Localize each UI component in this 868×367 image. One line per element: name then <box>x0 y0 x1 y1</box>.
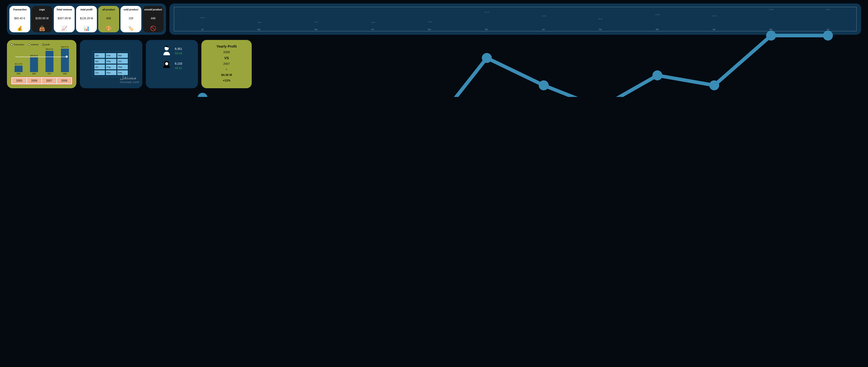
kpi-card[interactable]: sold product158🏷️ <box>121 6 141 32</box>
kpi-title: cogs <box>39 8 45 11</box>
male-icon <box>162 45 172 57</box>
kpi-icon: 💰 <box>17 26 23 31</box>
kpi-card[interactable]: Transaction$60.40 K💰 <box>9 6 30 32</box>
year-selector: 2005200620072008 <box>11 77 72 85</box>
month-button-sep[interactable]: Sep <box>117 64 128 69</box>
bar-value-label: $44.97 M <box>61 46 69 48</box>
kpi-card[interactable]: cogs$180.80 M👜 <box>32 6 53 32</box>
measure-radio-profit[interactable]: profit <box>42 43 50 46</box>
spark-axis-label: Nov <box>428 29 431 30</box>
bar-2008[interactable]: $44.97 M2008 <box>60 46 70 75</box>
bar-value-label: $12.21 M <box>15 63 22 65</box>
kpi-title: Total revenue <box>56 8 72 11</box>
month-button-mar[interactable]: Mar <box>117 53 128 58</box>
spark-point-label: 10.5 M <box>200 17 205 19</box>
month-slicer-card: JanFebMarAprMayJunJulAugSepOctNovDec <box>80 40 142 88</box>
bar-2006[interactable]: $28.50 M2006 <box>29 55 39 75</box>
radio-label: Transaction <box>13 43 24 46</box>
spark-axis-label: Aug <box>257 29 260 30</box>
kpi-card[interactable]: total profit$126.29 M📊 <box>76 6 97 32</box>
year-button-2008[interactable]: 2008 <box>57 78 71 84</box>
monthly-line-chart: JulAugSepOctNovDecJanFebMarAprMayJun 10.… <box>174 7 857 31</box>
spark-point-label: 9.0 M <box>371 22 375 23</box>
radio-dot-icon <box>28 43 30 46</box>
spark-axis-label: Feb <box>599 29 602 30</box>
radio-label: profit <box>45 43 50 46</box>
spark-axis-label: Apr <box>713 29 715 30</box>
bar-2007[interactable]: $40.61 M2007 <box>45 48 54 75</box>
month-button-dec[interactable]: Dec <box>117 70 128 75</box>
year-button-2007[interactable]: 2007 <box>42 78 56 84</box>
month-button-jul[interactable]: Jul <box>94 64 105 69</box>
female-pct: 49.41 <box>175 66 182 70</box>
radio-label: revenue <box>31 43 38 46</box>
kpi-icon: 📊 <box>84 26 90 31</box>
month-button-jun[interactable]: Jun <box>117 59 128 64</box>
kpi-title: total profit <box>81 8 92 11</box>
spark-axis-label: Jan <box>542 29 545 30</box>
month-button-aug[interactable]: Aug <box>106 64 117 69</box>
spark-point-label: 9.2 M <box>428 21 432 23</box>
bar-rect <box>45 51 54 72</box>
kpi-value: $60.40 K <box>14 17 25 20</box>
yearly-year-a: 2008 <box>223 51 230 54</box>
month-grid: JanFebMarAprMayJunJulAugSepOctNovDec <box>92 51 130 77</box>
radio-dot-icon <box>11 43 13 46</box>
monthly-line-card: JulAugSepOctNovDecJanFebMarAprMayJun 10.… <box>169 3 861 35</box>
kpi-icon: 👜 <box>39 26 45 31</box>
measure-radio-group: Transactionrevenueprofit <box>11 43 72 46</box>
kpi-icon: 🚫 <box>150 26 156 31</box>
svg-point-0 <box>197 93 208 97</box>
bar-year-label: 2005 <box>17 73 20 75</box>
spark-point-label: 13.0 M <box>826 9 830 10</box>
trend-endpoint <box>66 56 68 58</box>
yearly-pct: +11% <box>223 79 230 82</box>
bar-2005[interactable]: $12.21 M2005 <box>14 63 23 75</box>
kpi-card[interactable]: unsold product448🚫 <box>143 6 163 32</box>
spark-point-label: 9.0 M <box>258 22 261 23</box>
kpi-icon: 🏷️ <box>128 26 134 31</box>
spark-axis-label: Jul <box>201 29 203 30</box>
kpi-title: sold product <box>124 8 138 11</box>
bar-rect <box>14 66 23 72</box>
spark-axis-label: Dec <box>485 29 488 30</box>
month-button-nov[interactable]: Nov <box>106 70 117 75</box>
kpi-icon: 🎨 <box>106 26 112 31</box>
spark-axis-label: Sep <box>314 29 317 30</box>
kpi-title: unsold product <box>144 8 162 11</box>
year-button-2005[interactable]: 2005 <box>12 78 26 84</box>
month-button-feb[interactable]: Feb <box>106 53 117 58</box>
measure-radio-revenue[interactable]: revenue <box>28 43 38 46</box>
profit-bar-chart: $12.21 M2005$28.50 M2006$40.61 M2007$44.… <box>11 47 72 75</box>
kpi-card[interactable]: Total revenue$307.09 M📈 <box>54 6 75 32</box>
kpi-value: $126.29 M <box>80 17 93 20</box>
measure-radio-transaction[interactable]: Transaction <box>11 43 24 46</box>
spark-axis-label: May <box>769 29 773 30</box>
kpi-title: all product <box>102 8 115 11</box>
kpi-icon: 📈 <box>61 26 67 31</box>
kpi-value: 158 <box>129 17 133 20</box>
spark-point-label: 10.1 M <box>598 18 602 20</box>
gender-card: 9,351 50.59 9,133 49.41 <box>146 40 198 88</box>
yearly-profit-card: Yearly Profit 2008 VS 2007 = $4.36 M +11… <box>202 40 252 88</box>
female-icon <box>162 60 172 72</box>
bar-year-label: 2006 <box>32 73 36 75</box>
bar-year-label: 2007 <box>48 73 51 75</box>
kpi-title: Transaction <box>13 8 27 11</box>
month-button-oct[interactable]: Oct <box>94 70 105 75</box>
yearly-eq: = <box>226 68 227 71</box>
spark-point-label: 12.1 M <box>485 12 489 13</box>
month-button-may[interactable]: May <box>106 59 117 64</box>
spark-axis-label: Oct <box>371 29 374 30</box>
bar-rect <box>61 49 69 72</box>
kpi-card[interactable]: all product606🎨 <box>98 6 119 32</box>
yearly-vs: VS <box>224 56 229 60</box>
yearly-diff: $4.36 M <box>221 73 232 77</box>
kpi-value: $307.09 M <box>58 17 71 20</box>
month-button-jan[interactable]: Jan <box>94 53 105 58</box>
month-button-apr[interactable]: Apr <box>94 59 105 64</box>
radio-dot-icon <box>42 43 44 46</box>
kpi-strip: Transaction$60.40 K💰cogs$180.80 M👜Total … <box>7 3 166 35</box>
year-button-2006[interactable]: 2006 <box>27 78 41 84</box>
spark-point-label: 11.0 M <box>712 15 716 17</box>
